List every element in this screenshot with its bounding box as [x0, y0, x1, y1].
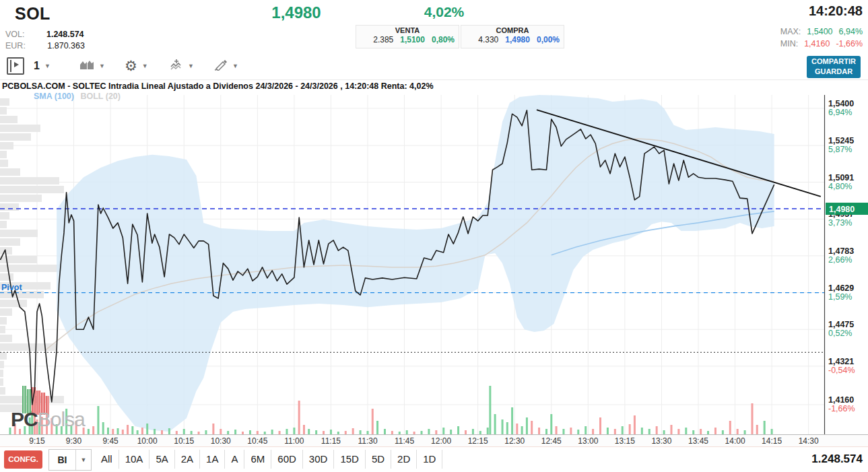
volume-bar	[472, 429, 474, 434]
period-button-1d[interactable]: 1D	[417, 450, 442, 469]
period-button-a[interactable]: A	[225, 450, 244, 469]
volume-bar	[298, 401, 300, 434]
volume-profile-bar	[0, 203, 19, 211]
period-button-6m[interactable]: 6M	[244, 450, 271, 469]
volume-bar	[489, 386, 491, 434]
volume-bar	[131, 426, 133, 434]
volume-profile-bar	[0, 370, 3, 377]
volume-bar	[614, 429, 616, 434]
clock: 14:20:48	[774, 3, 863, 19]
chart-type-dropdown[interactable]: ▼	[79, 57, 105, 75]
volume-bar	[531, 421, 533, 434]
volume-bar	[234, 430, 236, 434]
vol-value: 1.248.574	[46, 30, 84, 39]
y-tick-price: 1,4629	[828, 283, 854, 293]
x-tick-label: 10:00	[133, 436, 162, 446]
panel-toggle-button[interactable]	[7, 57, 24, 75]
period-button-30d[interactable]: 30D	[303, 450, 335, 469]
resolution-select[interactable]: BI ▼	[48, 449, 92, 471]
volume-profile-bar	[0, 151, 7, 158]
legend-boll[interactable]: BOLL (20)	[80, 92, 121, 101]
settings-dropdown[interactable]: ⚙ ▼	[125, 57, 148, 75]
period-button-15d[interactable]: 15D	[334, 450, 366, 469]
add-indicator-dropdown[interactable]: ▼	[170, 57, 194, 75]
volume-bar	[127, 425, 129, 434]
period-button-all[interactable]: All	[95, 450, 119, 469]
gear-icon: ⚙	[125, 58, 137, 74]
last-price: 1,4980	[259, 3, 333, 22]
x-tick-label: 11:00	[279, 436, 309, 446]
volume-bar	[714, 428, 716, 434]
volume-bar	[562, 429, 564, 434]
volume-bar	[146, 424, 148, 434]
volume-profile-bar	[0, 133, 31, 141]
volume-bar	[685, 428, 687, 434]
chart-area: 1,54006,94%1,52455,87%1,50914,80%1,49373…	[0, 79, 868, 435]
chevron-down-icon: ▼	[142, 63, 148, 69]
volume-bar	[538, 428, 540, 434]
volume-bar	[641, 428, 643, 434]
chevron-down-icon: ▼	[188, 63, 194, 69]
volume-bar	[88, 429, 90, 434]
volume-profile-bar	[0, 387, 5, 395]
venta-label: VENTA	[356, 26, 459, 34]
volume-profile-bar	[0, 177, 59, 184]
max-pct: 6,94%	[839, 27, 863, 36]
interval-dropdown[interactable]: 1 ▼	[34, 57, 51, 75]
period-button-5a[interactable]: 5A	[149, 450, 174, 469]
period-button-2a[interactable]: 2A	[175, 450, 200, 469]
chart-title: PCBOLSA.COM - SOLTEC Intradia Lineal Aju…	[2, 81, 434, 91]
max-value: 1,5400	[807, 27, 832, 36]
volume-bar	[107, 428, 109, 434]
x-tick-label: 11:15	[316, 436, 345, 446]
compra-box: COMPRA 4.330 1,4980 0,00%	[461, 25, 564, 48]
volume-profile-bar	[0, 186, 64, 193]
price-chart-canvas[interactable]: 1,54006,94%1,52455,87%1,50914,80%1,49373…	[0, 80, 868, 435]
y-tick-percent: 1,59%	[828, 292, 852, 302]
volume-profile-bar	[0, 256, 37, 263]
volume-bar	[303, 425, 305, 434]
y-tick-percent: 5,87%	[828, 145, 852, 154]
volume-bar	[599, 417, 601, 434]
volume-bar	[117, 428, 119, 434]
volume-profile-bar	[0, 107, 7, 114]
volume-bar	[656, 426, 658, 434]
change-percent: 4,02%	[412, 4, 476, 20]
volume-bar	[112, 429, 114, 434]
chart-legend: SMA (100) BOLL (20)	[34, 92, 121, 101]
volume-profile-bar	[0, 308, 12, 316]
pivot-label: Pivot	[1, 283, 22, 292]
volume-bar	[700, 429, 702, 434]
chart-toolbar: 1 ▼ ▼ ⚙ ▼ ▼ ▼ COMPARTIR GUARDAR	[0, 54, 868, 80]
draw-tools-dropdown[interactable]: ▼	[214, 57, 238, 75]
volume-bar	[220, 429, 222, 434]
period-button-10a[interactable]: 10A	[119, 450, 150, 469]
volume-bar	[92, 426, 94, 434]
volume-bar	[502, 419, 504, 434]
period-button-5d[interactable]: 5D	[366, 450, 391, 469]
volume-bar	[168, 428, 170, 434]
period-button-2d[interactable]: 2D	[391, 450, 417, 469]
volume-bar	[122, 430, 124, 434]
volume-profile-bar	[0, 195, 42, 202]
legend-sma[interactable]: SMA (100)	[34, 92, 74, 101]
period-buttons: All10A5A2A1AA6M60D30D15D5D2D1D	[95, 449, 442, 469]
volume-profile-bar	[0, 361, 4, 368]
share-save-button[interactable]: COMPARTIR GUARDAR	[807, 56, 861, 78]
x-tick-label: 11:30	[353, 436, 382, 446]
volume-bar	[585, 426, 587, 434]
symbol-title: SOL	[15, 4, 51, 24]
period-button-60d[interactable]: 60D	[271, 450, 303, 469]
period-button-1a[interactable]: 1A	[200, 450, 225, 469]
chevron-down-icon: ▼	[44, 63, 51, 69]
volume-profile-bar	[0, 238, 20, 246]
venta-price: 1,5100	[400, 35, 425, 44]
x-tick-label: 9:30	[59, 436, 89, 446]
config-button[interactable]: CONFG.	[4, 450, 42, 469]
x-tick-label: 14:30	[794, 436, 824, 446]
max-row: MAX: 1,5400 6,94%	[762, 27, 863, 36]
share-label: COMPARTIR	[807, 57, 861, 67]
y-tick-price: 1,4475	[828, 320, 854, 329]
y-tick-percent: -1,66%	[828, 404, 855, 413]
volume-profile-bar	[0, 300, 27, 307]
